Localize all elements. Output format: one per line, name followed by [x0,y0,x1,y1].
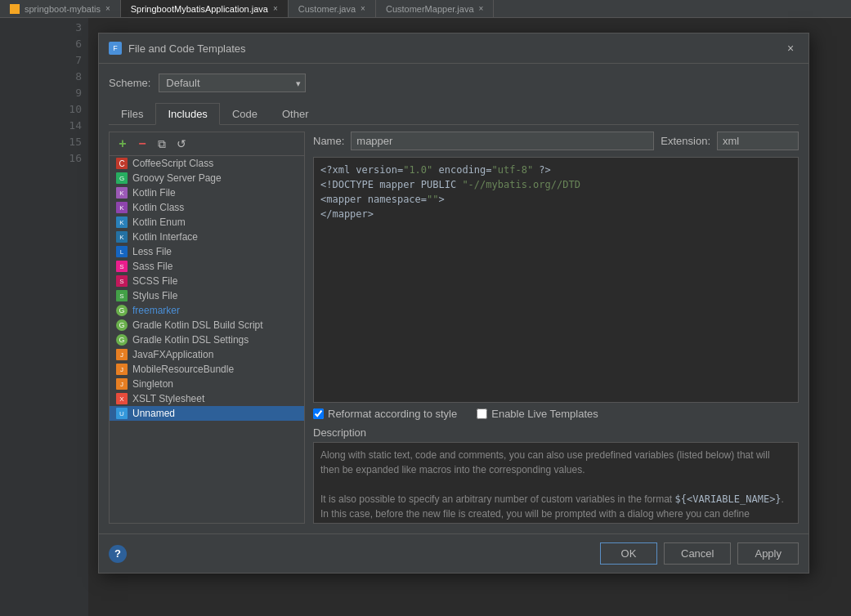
name-label: Name: [313,135,344,147]
file-icon-gradle-kotlin-build: G [116,319,128,331]
list-item[interactable]: S Stylus File [110,288,304,303]
tab-close-app[interactable]: × [273,4,278,13]
scheme-label: Scheme: [109,77,150,89]
file-name: Groovy Server Page [132,172,222,184]
file-icon-mobile-resource: J [116,364,128,375]
file-icon-scss: S [116,275,128,287]
dialog-footer: ? OK Cancel Apply [99,533,808,573]
list-item[interactable]: S Sass File [110,259,304,274]
file-icon-javafx: J [116,349,128,360]
dialog-titlebar: F File and Code Templates × [99,33,808,64]
file-name: XSLT Stylesheet [132,393,204,404]
tab-bar: springboot-mybatis × SpringbootMybatisAp… [0,0,851,18]
list-item[interactable]: J MobileResourceBundle [110,362,304,377]
scheme-select-wrapper: Default [159,74,306,92]
cancel-button[interactable]: Cancel [664,542,731,565]
file-icon-kotlin-file: K [116,187,128,199]
tab-close-mapper[interactable]: × [479,4,484,13]
list-item[interactable]: K Kotlin Enum [110,215,304,230]
line-numbers: 1 3 6 7 8 9 10 14 15 16 [0,0,88,616]
list-item-unnamed[interactable]: U Unnamed [110,406,304,421]
tab-icon-mybatis [10,4,20,14]
tab-customer-mapper[interactable]: CustomerMapper.java × [376,0,494,17]
left-panel-toolbar: + − ⧉ ↺ [110,132,304,156]
tab-label-mybatis: springboot-mybatis [25,4,101,14]
file-icon-singleton: J [116,378,128,390]
file-icon-gradle-kotlin-settings: G [116,334,128,346]
dialog-icon: F [109,42,122,55]
reformat-checkbox-label[interactable]: Reformat according to style [313,408,457,420]
list-item[interactable]: G freemarker [110,303,304,318]
list-item[interactable]: C CoffeeScript Class [110,156,304,171]
list-item[interactable]: K Kotlin Interface [110,230,304,244]
live-templates-checkbox[interactable] [477,408,487,419]
tab-files[interactable]: Files [109,103,155,125]
list-item[interactable]: S SCSS File [110,274,304,288]
file-name: MobileResourceBundle [132,364,234,375]
file-name: Sass File [132,261,172,272]
tab-springboot-mybatis[interactable]: springboot-mybatis × [0,0,121,17]
checkboxes-row: Reformat according to style Enable Live … [313,408,799,420]
help-button[interactable]: ? [109,545,127,563]
file-icon-sass: S [116,261,128,272]
remove-template-button[interactable]: − [134,136,150,152]
reformat-checkbox[interactable] [313,408,324,419]
list-item[interactable]: X XSLT Stylesheet [110,391,304,406]
live-templates-checkbox-label[interactable]: Enable Live Templates [477,408,598,420]
tab-label-customer: Customer.java [298,4,356,14]
left-panel: + − ⧉ ↺ C CoffeeScript Class G Groovy Se… [109,132,305,524]
file-icon-groovy: G [116,172,128,184]
file-icon-stylus: S [116,290,128,301]
code-line-2: <!DOCTYPE mapper PUBLIC "-//mybatis.org/… [320,177,791,192]
description-label: Description [313,426,799,439]
reset-template-button[interactable]: ↺ [173,136,190,152]
file-name: Gradle Kotlin DSL Settings [132,334,249,346]
name-input[interactable] [351,132,654,150]
tab-label-app: SpringbootMybatisApplication.java [131,4,268,14]
tab-springboot-app[interactable]: SpringbootMybatisApplication.java × [121,0,289,17]
add-template-button[interactable]: + [114,136,131,152]
list-item[interactable]: G Gradle Kotlin DSL Settings [110,333,304,347]
file-name: Kotlin File [132,187,176,199]
tab-close-customer[interactable]: × [361,4,365,13]
file-icon-xslt: X [116,393,128,404]
footer-left: ? [109,545,127,563]
file-name: Kotlin Enum [132,216,186,228]
file-name: Stylus File [132,290,177,301]
copy-template-button[interactable]: ⧉ [154,136,170,152]
list-item[interactable]: G Gradle Kotlin DSL Build Script [110,318,304,333]
extension-label: Extension: [661,135,710,147]
file-icon-less: L [116,246,128,257]
dialog-close-button[interactable]: × [782,40,799,56]
list-item[interactable]: K Kotlin Class [110,200,304,215]
tab-customer[interactable]: Customer.java × [289,0,376,17]
list-item[interactable]: J JavaFXApplication [110,347,304,362]
list-item[interactable]: J Singleton [110,377,304,391]
extension-input[interactable] [717,132,799,150]
tab-close-mybatis[interactable]: × [105,4,110,13]
footer-buttons: OK Cancel Apply [600,542,799,565]
tab-includes[interactable]: Includes [155,103,219,125]
list-item[interactable]: K Kotlin File [110,185,304,200]
description-section: Description Along with static text, code… [313,426,799,524]
description-box: Along with static text, code and comment… [313,442,799,524]
file-icon-unnamed: U [116,408,128,419]
content-area: + − ⧉ ↺ C CoffeeScript Class G Groovy Se… [109,132,799,524]
ok-button[interactable]: OK [600,542,657,565]
file-name: freemarker [132,305,180,316]
file-icon-kotlin-enum: K [116,216,128,228]
tab-code[interactable]: Code [220,103,270,125]
reformat-label: Reformat according to style [328,408,457,420]
file-name: Kotlin Interface [132,231,198,243]
file-icon-freemarker: G [116,305,128,316]
list-item[interactable]: L Less File [110,244,304,259]
name-extension-row: Name: Extension: [313,132,799,150]
scheme-select[interactable]: Default [159,74,306,92]
file-icon-kotlin-interface: K [116,231,128,243]
file-name: Gradle Kotlin DSL Build Script [132,319,263,331]
list-item[interactable]: G Groovy Server Page [110,171,304,185]
apply-button[interactable]: Apply [737,542,799,565]
tab-other[interactable]: Other [270,103,321,125]
code-editor[interactable]: <?xml version="1.0" encoding="utf-8" ?> … [313,157,799,403]
code-line-3: <mapper namespace=""> [320,192,791,207]
